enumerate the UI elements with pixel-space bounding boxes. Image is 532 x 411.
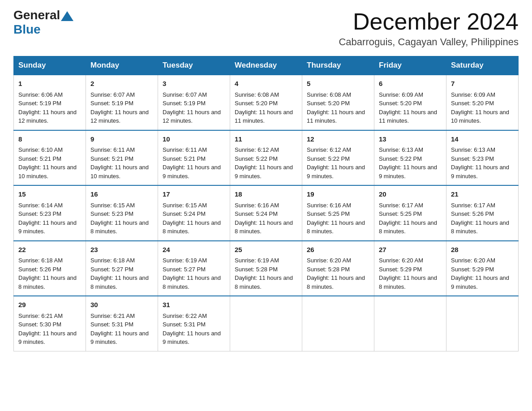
day-number: 30 [90,300,153,310]
day-number: 8 [18,134,81,145]
sunset-label: Sunset: 5:25 PM [307,210,350,217]
sunrise-label: Sunrise: 6:20 AM [307,257,351,264]
sunset-label: Sunset: 5:22 PM [307,155,350,162]
sunrise-label: Sunrise: 6:12 AM [235,146,279,153]
sunrise-label: Sunrise: 6:07 AM [90,91,135,98]
calendar-header-wednesday: Wednesday [230,56,302,75]
calendar-day-25: 25 Sunrise: 6:19 AM Sunset: 5:28 PM Dayl… [230,241,302,296]
day-number: 23 [90,245,153,255]
sunrise-label: Sunrise: 6:18 AM [18,257,63,264]
sunset-label: Sunset: 5:20 PM [307,100,350,107]
calendar-day-3: 3 Sunrise: 6:07 AM Sunset: 5:19 PM Dayli… [158,75,230,130]
day-number: 26 [307,245,369,255]
calendar-day-21: 21 Sunrise: 6:17 AM Sunset: 5:26 PM Dayl… [446,185,519,241]
sunrise-label: Sunrise: 6:21 AM [18,313,63,319]
sunset-label: Sunset: 5:26 PM [451,210,494,217]
calendar-day-23: 23 Sunrise: 6:18 AM Sunset: 5:27 PM Dayl… [86,241,158,296]
logo: General Blue [13,9,74,37]
day-number: 9 [90,134,153,145]
calendar-day-15: 15 Sunrise: 6:14 AM Sunset: 5:23 PM Dayl… [14,185,86,241]
empty-cell [374,296,446,351]
calendar-day-24: 24 Sunrise: 6:19 AM Sunset: 5:27 PM Dayl… [158,241,230,296]
daylight-label: Daylight: 11 hours and 8 minutes. [90,219,149,235]
calendar-header-monday: Monday [86,56,158,75]
calendar-day-16: 16 Sunrise: 6:15 AM Sunset: 5:23 PM Dayl… [86,185,158,241]
daylight-label: Daylight: 11 hours and 11 minutes. [379,109,437,124]
calendar-day-2: 2 Sunrise: 6:07 AM Sunset: 5:19 PM Dayli… [86,75,158,130]
sunset-label: Sunset: 5:25 PM [379,210,422,217]
sunset-label: Sunset: 5:22 PM [235,155,278,162]
sunset-label: Sunset: 5:26 PM [18,266,61,273]
sunrise-label: Sunrise: 6:09 AM [379,91,423,98]
daylight-label: Daylight: 11 hours and 8 minutes. [18,274,77,290]
sunset-label: Sunset: 5:29 PM [379,266,422,273]
sunset-label: Sunset: 5:24 PM [235,210,278,217]
sunrise-label: Sunrise: 6:19 AM [163,257,207,264]
daylight-label: Daylight: 11 hours and 8 minutes. [307,274,365,290]
sunset-label: Sunset: 5:20 PM [451,100,494,107]
daylight-label: Daylight: 11 hours and 8 minutes. [451,219,509,235]
calendar-day-8: 8 Sunrise: 6:10 AM Sunset: 5:21 PM Dayli… [14,130,86,186]
calendar-day-27: 27 Sunrise: 6:20 AM Sunset: 5:29 PM Dayl… [374,241,446,296]
day-number: 10 [163,134,225,145]
calendar-day-20: 20 Sunrise: 6:17 AM Sunset: 5:25 PM Dayl… [374,185,446,241]
sunrise-label: Sunrise: 6:17 AM [379,202,423,209]
sunset-label: Sunset: 5:22 PM [379,155,422,162]
logo-blue: Blue [13,22,41,36]
daylight-label: Daylight: 11 hours and 8 minutes. [163,219,221,235]
daylight-label: Daylight: 11 hours and 11 minutes. [307,109,365,124]
location-title: Cabarroguis, Cagayan Valley, Philippines [339,36,519,48]
calendar-day-4: 4 Sunrise: 6:08 AM Sunset: 5:20 PM Dayli… [230,75,302,130]
day-number: 14 [451,134,514,145]
sunrise-label: Sunrise: 6:17 AM [451,202,495,209]
sunrise-label: Sunrise: 6:11 AM [163,146,207,153]
calendar-week-2: 8 Sunrise: 6:10 AM Sunset: 5:21 PM Dayli… [14,130,519,186]
sunrise-label: Sunrise: 6:09 AM [451,91,495,98]
sunset-label: Sunset: 5:21 PM [163,155,206,162]
sunrise-label: Sunrise: 6:08 AM [235,91,279,98]
empty-cell [302,296,374,351]
calendar-day-10: 10 Sunrise: 6:11 AM Sunset: 5:21 PM Dayl… [158,130,230,186]
sunset-label: Sunset: 5:31 PM [163,321,206,328]
day-number: 27 [379,245,442,255]
sunset-label: Sunset: 5:20 PM [379,100,422,107]
daylight-label: Daylight: 11 hours and 9 minutes. [451,164,509,180]
calendar-day-18: 18 Sunrise: 6:16 AM Sunset: 5:24 PM Dayl… [230,185,302,241]
calendar-week-4: 22 Sunrise: 6:18 AM Sunset: 5:26 PM Dayl… [14,241,519,296]
daylight-label: Daylight: 11 hours and 10 minutes. [90,164,149,180]
sunset-label: Sunset: 5:30 PM [18,321,61,328]
calendar-header-saturday: Saturday [446,56,519,75]
sunrise-label: Sunrise: 6:15 AM [163,202,207,209]
day-number: 7 [451,79,514,89]
calendar-header-thursday: Thursday [302,56,374,75]
calendar-header-friday: Friday [374,56,446,75]
logo-triangle-icon [61,11,73,21]
sunrise-label: Sunrise: 6:16 AM [307,202,351,209]
calendar-day-26: 26 Sunrise: 6:20 AM Sunset: 5:28 PM Dayl… [302,241,374,296]
logo-general: General [13,9,60,21]
calendar-day-12: 12 Sunrise: 6:12 AM Sunset: 5:22 PM Dayl… [302,130,374,186]
month-title: December 2024 [339,9,519,34]
calendar-day-13: 13 Sunrise: 6:13 AM Sunset: 5:22 PM Dayl… [374,130,446,186]
calendar-day-29: 29 Sunrise: 6:21 AM Sunset: 5:30 PM Dayl… [14,296,86,351]
daylight-label: Daylight: 11 hours and 12 minutes. [18,109,77,124]
calendar-day-17: 17 Sunrise: 6:15 AM Sunset: 5:24 PM Dayl… [158,185,230,241]
day-number: 20 [379,189,442,200]
sunrise-label: Sunrise: 6:12 AM [307,146,351,153]
day-number: 17 [163,189,225,200]
sunrise-label: Sunrise: 6:20 AM [379,257,423,264]
daylight-label: Daylight: 11 hours and 12 minutes. [90,109,149,124]
daylight-label: Daylight: 11 hours and 9 minutes. [451,274,509,290]
sunset-label: Sunset: 5:24 PM [163,210,206,217]
calendar-day-19: 19 Sunrise: 6:16 AM Sunset: 5:25 PM Dayl… [302,185,374,241]
day-number: 12 [307,134,369,145]
sunrise-label: Sunrise: 6:13 AM [379,146,423,153]
daylight-label: Daylight: 11 hours and 10 minutes. [451,109,509,124]
sunset-label: Sunset: 5:23 PM [451,155,494,162]
day-number: 29 [18,300,81,310]
calendar-day-11: 11 Sunrise: 6:12 AM Sunset: 5:22 PM Dayl… [230,130,302,186]
sunrise-label: Sunrise: 6:07 AM [163,91,207,98]
daylight-label: Daylight: 11 hours and 8 minutes. [90,274,149,290]
daylight-label: Daylight: 11 hours and 8 minutes. [163,274,221,290]
sunrise-label: Sunrise: 6:22 AM [163,313,207,319]
